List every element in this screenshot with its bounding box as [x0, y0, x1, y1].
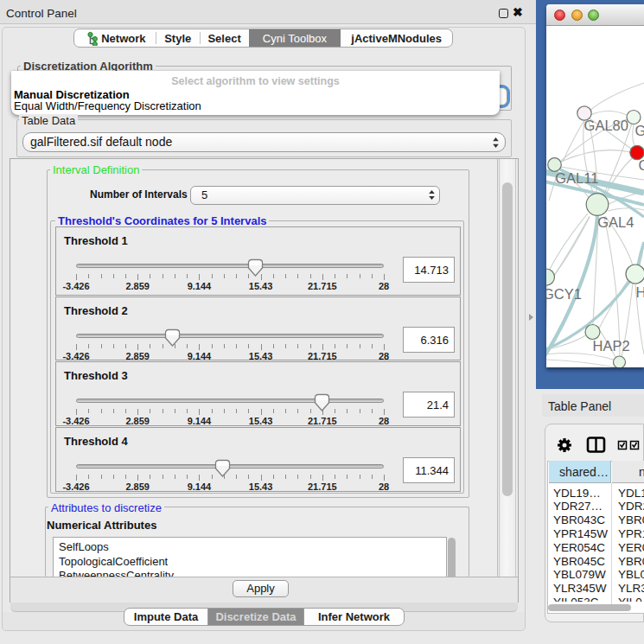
- svg-text:GAL80: GAL80: [584, 118, 628, 133]
- svg-text:GAL4: GAL4: [597, 214, 634, 230]
- svg-text:H: H: [635, 284, 644, 300]
- svg-text:HAP2: HAP2: [593, 338, 630, 354]
- svg-text:C: C: [639, 157, 644, 173]
- svg-text:GCY1: GCY1: [546, 286, 582, 302]
- svg-text:GAL11: GAL11: [555, 170, 598, 186]
- svg-text:GA: GA: [634, 123, 644, 138]
